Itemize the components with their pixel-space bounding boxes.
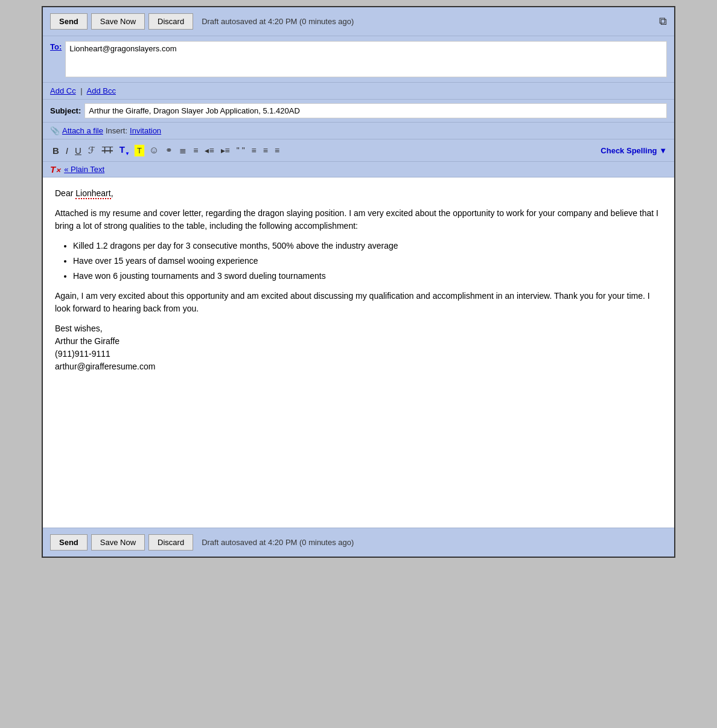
remove-formatting-icon[interactable]: T✕ bbox=[50, 164, 60, 174]
paperclip-icon: 📎 bbox=[50, 126, 60, 135]
expand-icon[interactable]: ⧉ bbox=[659, 15, 667, 28]
indent-decrease-button[interactable]: ◂≡ bbox=[202, 144, 216, 156]
font-family-button[interactable]: ℱ bbox=[86, 144, 98, 157]
list-item-1: Killed 1.2 dragons per day for 3 consecu… bbox=[73, 240, 662, 252]
sender-phone: (911)911-9111 bbox=[55, 349, 110, 359]
send-button-bottom[interactable]: Send bbox=[50, 534, 88, 551]
bold-button[interactable]: B bbox=[50, 144, 62, 157]
smiley-button[interactable]: ☺ bbox=[147, 144, 161, 157]
cc-bcc-row: Add Cc | Add Bcc bbox=[43, 83, 674, 100]
accomplishments-list: Killed 1.2 dragons per day for 3 consecu… bbox=[73, 240, 662, 283]
subject-row: Subject: bbox=[43, 100, 674, 123]
numbered-list-button[interactable]: ≣ bbox=[177, 144, 189, 156]
email-body[interactable]: Dear Lionheart, Attached is my resume an… bbox=[43, 177, 674, 528]
indent-increase-button[interactable]: ▸≡ bbox=[218, 144, 232, 156]
list-item-3: Have won 6 jousting tournaments and 3 sw… bbox=[73, 270, 662, 283]
cc-separator: | bbox=[80, 86, 82, 95]
save-now-button-bottom[interactable]: Save Now bbox=[91, 534, 145, 551]
justify-center-button[interactable]: ≡ bbox=[261, 144, 270, 156]
plain-text-link[interactable]: « Plain Text bbox=[64, 165, 104, 174]
email-compose-window: Send Save Now Discard Draft autosaved at… bbox=[42, 6, 675, 558]
greeting-text: Dear bbox=[55, 188, 75, 198]
discard-button-bottom[interactable]: Discard bbox=[148, 534, 193, 551]
to-row: To: Lionheart@gragonslayers.com bbox=[43, 36, 674, 83]
recipient-name: Lionheart bbox=[75, 188, 110, 199]
body-paragraph-2: Again, I am very excited about this oppo… bbox=[55, 290, 662, 315]
closing-line: Best wishes, Arthur the Giraffe (911)911… bbox=[55, 322, 662, 373]
justify-left-button[interactable]: ≡ bbox=[249, 144, 259, 156]
toolbar-bottom: Send Save Now Discard Draft autosaved at… bbox=[43, 528, 674, 557]
plain-text-row: T✕ « Plain Text bbox=[43, 162, 674, 177]
autosave-status-bottom: Draft autosaved at 4:20 PM (0 minutes ag… bbox=[202, 538, 354, 547]
font-color-button[interactable]: T▼ bbox=[117, 143, 132, 158]
formatting-toolbar: B I U ℱ T̶T̶ T▼ T ☺ ⚭ ≣ ≡ ◂≡ ▸≡ " " ≡ ≡ … bbox=[43, 139, 674, 162]
list-item-2: Have over 15 years of damsel wooing expe… bbox=[73, 255, 662, 267]
subject-input[interactable] bbox=[84, 103, 667, 118]
discard-button-top[interactable]: Discard bbox=[148, 13, 193, 30]
body-paragraph-1: Attached is my resume and cover letter, … bbox=[55, 207, 662, 232]
to-input[interactable]: Lionheart@gragonslayers.com bbox=[65, 41, 667, 77]
greeting-end: , bbox=[111, 188, 113, 198]
sender-email: arthur@girafferesume.com bbox=[55, 362, 155, 371]
attach-file-link[interactable]: Attach a file bbox=[62, 126, 103, 135]
invitation-link[interactable]: Invitation bbox=[130, 126, 161, 135]
insert-label: Insert: bbox=[106, 126, 127, 135]
add-cc-link[interactable]: Add Cc bbox=[50, 86, 76, 95]
strikethrough-button[interactable]: T̶T̶ bbox=[100, 144, 115, 157]
check-spelling-button[interactable]: Check Spelling ▼ bbox=[601, 146, 667, 155]
justify-right-button[interactable]: ≡ bbox=[272, 144, 282, 156]
autosave-status-top: Draft autosaved at 4:20 PM (0 minutes ag… bbox=[202, 17, 354, 26]
to-label[interactable]: To: bbox=[50, 41, 62, 51]
underline-button[interactable]: U bbox=[72, 144, 84, 157]
toolbar-top: Send Save Now Discard Draft autosaved at… bbox=[43, 7, 674, 36]
save-now-button-top[interactable]: Save Now bbox=[91, 13, 145, 30]
bullet-list-button[interactable]: ≡ bbox=[191, 144, 200, 156]
attach-row: 📎 Attach a file Insert: Invitation bbox=[43, 123, 674, 139]
blockquote-button[interactable]: " " bbox=[234, 144, 247, 156]
closing-text: Best wishes, bbox=[55, 324, 103, 333]
italic-button[interactable]: I bbox=[63, 144, 71, 157]
add-bcc-link[interactable]: Add Bcc bbox=[87, 86, 116, 95]
link-button[interactable]: ⚭ bbox=[163, 144, 175, 156]
sender-name: Arthur the Giraffe bbox=[55, 336, 119, 346]
subject-label: Subject: bbox=[50, 106, 81, 115]
send-button-top[interactable]: Send bbox=[50, 13, 88, 30]
highlight-button[interactable]: T bbox=[134, 144, 145, 157]
greeting-line: Dear Lionheart, bbox=[55, 187, 662, 200]
